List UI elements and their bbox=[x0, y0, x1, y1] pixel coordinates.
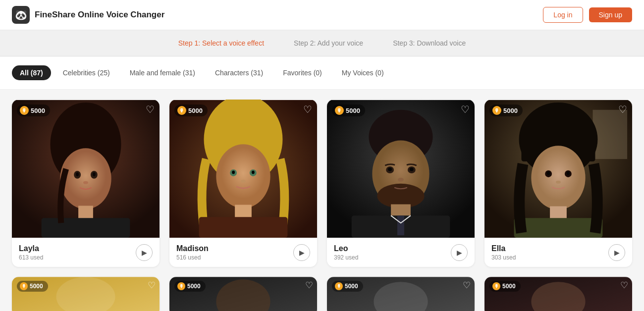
layla-info: Layla 613 used bbox=[19, 244, 43, 261]
card-layla: 🎙 5000 ♡ Layla 613 used ▶ bbox=[12, 100, 160, 267]
ella-coin-icon: 🎙 bbox=[492, 106, 501, 115]
card-ella: 🎙 5000 ♡ Ella 303 used ▶ bbox=[484, 100, 632, 267]
svg-point-5 bbox=[76, 172, 79, 176]
svg-point-36 bbox=[531, 146, 585, 209]
ella-footer: Ella 303 used ▶ bbox=[484, 238, 632, 267]
filter-male-female[interactable]: Male and female (31) bbox=[122, 65, 203, 80]
cards-grid: 🎙 5000 ♡ Layla 613 used ▶ bbox=[0, 90, 644, 277]
svg-point-2 bbox=[60, 148, 111, 209]
madison-coin-value: 5000 bbox=[188, 107, 203, 114]
card-leo-image-wrap: 🎙 5000 ♡ bbox=[327, 100, 475, 238]
layla-name: Layla bbox=[19, 244, 43, 253]
leo-coin-badge: 🎙 5000 bbox=[332, 104, 365, 116]
svg-point-17 bbox=[241, 180, 246, 183]
bottom-card-4-favorite-button[interactable]: ♡ bbox=[620, 280, 628, 291]
layla-coin-icon: 🎙 bbox=[20, 106, 29, 115]
leo-coin-icon: 🎙 bbox=[335, 106, 344, 115]
svg-rect-43 bbox=[514, 218, 603, 238]
bottom-cards-grid: 🎙 5000 ♡ 🎙 5000 ♡ bbox=[0, 277, 644, 311]
madison-info: Madison 516 used bbox=[176, 244, 209, 261]
bottom-card-4-coin-icon: 🎙 bbox=[492, 282, 500, 290]
bottom-card-1-favorite-button[interactable]: ♡ bbox=[148, 280, 156, 291]
leo-info: Leo 392 used bbox=[334, 244, 358, 261]
card-leo-image bbox=[327, 100, 475, 238]
svg-point-39 bbox=[547, 171, 550, 175]
bottom-card-1-coins: 5000 bbox=[30, 283, 43, 290]
madison-favorite-button[interactable]: ♡ bbox=[303, 104, 312, 115]
app-header: 🐼 FineShare Online Voice Changer Log in … bbox=[0, 0, 644, 30]
madison-coin-icon: 🎙 bbox=[177, 106, 186, 115]
header-left: 🐼 FineShare Online Voice Changer bbox=[12, 6, 164, 24]
signup-button[interactable]: Sign up bbox=[589, 7, 632, 22]
bottom-card-2: 🎙 5000 ♡ bbox=[169, 277, 317, 311]
step-2[interactable]: Step 2: Add your voice bbox=[294, 39, 363, 47]
ella-play-button[interactable]: ▶ bbox=[608, 244, 625, 261]
filter-all[interactable]: All (87) bbox=[12, 65, 51, 80]
bottom-card-2-favorite-button[interactable]: ♡ bbox=[305, 280, 313, 291]
svg-point-27 bbox=[398, 178, 404, 182]
bottom-card-2-coin-badge: 🎙 5000 bbox=[174, 281, 206, 292]
filter-characters[interactable]: Characters (31) bbox=[207, 65, 271, 80]
svg-point-25 bbox=[388, 168, 392, 171]
header-right: Log in Sign up bbox=[543, 7, 632, 23]
bottom-card-3-coins: 5000 bbox=[345, 283, 358, 290]
ella-name: Ella bbox=[491, 244, 516, 253]
login-button[interactable]: Log in bbox=[543, 7, 583, 23]
layla-coin-badge: 🎙 5000 bbox=[17, 104, 50, 116]
bottom-card-2-coins: 5000 bbox=[187, 283, 201, 290]
bottom-card-3-coin-badge: 🎙 5000 bbox=[332, 281, 363, 292]
bottom-card-3-favorite-button[interactable]: ♡ bbox=[463, 280, 471, 291]
app-title: FineShare Online Voice Changer bbox=[35, 10, 164, 20]
madison-used: 516 used bbox=[176, 254, 209, 261]
svg-rect-33 bbox=[593, 110, 628, 159]
layla-favorite-button[interactable]: ♡ bbox=[146, 104, 155, 115]
svg-point-12 bbox=[216, 144, 270, 208]
layla-coin-value: 5000 bbox=[31, 107, 45, 114]
card-layla-image-wrap: 🎙 5000 ♡ bbox=[12, 100, 160, 238]
bottom-card-1-coin-badge: 🎙 5000 bbox=[17, 281, 48, 292]
leo-used: 392 used bbox=[334, 254, 358, 261]
bottom-card-3: 🎙 5000 ♡ bbox=[327, 277, 475, 311]
step-3[interactable]: Step 3: Download voice bbox=[393, 39, 466, 47]
bottom-card-4-coins: 5000 bbox=[502, 283, 516, 290]
ella-coin-badge: 🎙 5000 bbox=[489, 104, 523, 116]
ella-coin-value: 5000 bbox=[503, 107, 518, 114]
card-ella-image bbox=[484, 100, 632, 238]
bottom-card-1-coin-icon: 🎙 bbox=[20, 282, 28, 290]
svg-point-16 bbox=[252, 170, 255, 174]
svg-point-26 bbox=[410, 168, 414, 171]
ella-info: Ella 303 used bbox=[491, 244, 516, 261]
leo-play-button[interactable]: ▶ bbox=[451, 244, 468, 261]
app-logo: 🐼 bbox=[12, 6, 30, 24]
card-madison-image bbox=[169, 100, 317, 238]
bottom-card-4-coin-badge: 🎙 5000 bbox=[489, 281, 521, 292]
filter-my-voices[interactable]: My Voices (0) bbox=[334, 65, 392, 80]
card-madison: 🎙 5000 ♡ Madison 516 used ▶ bbox=[169, 100, 317, 267]
svg-point-7 bbox=[83, 181, 88, 184]
leo-footer: Leo 392 used ▶ bbox=[327, 238, 475, 267]
bottom-card-4: 🎙 5000 ♡ bbox=[484, 277, 632, 311]
layla-play-button[interactable]: ▶ bbox=[136, 244, 153, 261]
ella-favorite-button[interactable]: ♡ bbox=[618, 104, 627, 115]
leo-name: Leo bbox=[334, 244, 358, 253]
leo-favorite-button[interactable]: ♡ bbox=[461, 104, 470, 115]
svg-rect-9 bbox=[42, 218, 130, 238]
filter-favorites[interactable]: Favorites (0) bbox=[275, 65, 330, 80]
svg-point-6 bbox=[93, 172, 96, 176]
ella-used: 303 used bbox=[491, 254, 516, 261]
madison-name: Madison bbox=[176, 244, 209, 253]
madison-play-button[interactable]: ▶ bbox=[293, 244, 310, 261]
svg-rect-31 bbox=[397, 215, 404, 235]
svg-point-40 bbox=[567, 171, 570, 175]
filter-bar: All (87) Celebrities (25) Male and femal… bbox=[0, 56, 644, 90]
card-ella-image-wrap: 🎙 5000 ♡ bbox=[484, 100, 632, 238]
leo-coin-value: 5000 bbox=[346, 107, 360, 114]
card-madison-image-wrap: 🎙 5000 ♡ bbox=[169, 100, 317, 238]
svg-point-41 bbox=[556, 181, 561, 184]
madison-coin-badge: 🎙 5000 bbox=[174, 104, 208, 116]
step-1[interactable]: Step 1: Select a voice effect bbox=[178, 39, 264, 47]
svg-point-15 bbox=[232, 170, 235, 174]
card-leo: 🎙 5000 ♡ Leo 392 used ▶ bbox=[327, 100, 475, 267]
steps-bar: Step 1: Select a voice effect Step 2: Ad… bbox=[0, 30, 644, 56]
filter-celebrities[interactable]: Celebrities (25) bbox=[55, 65, 118, 80]
